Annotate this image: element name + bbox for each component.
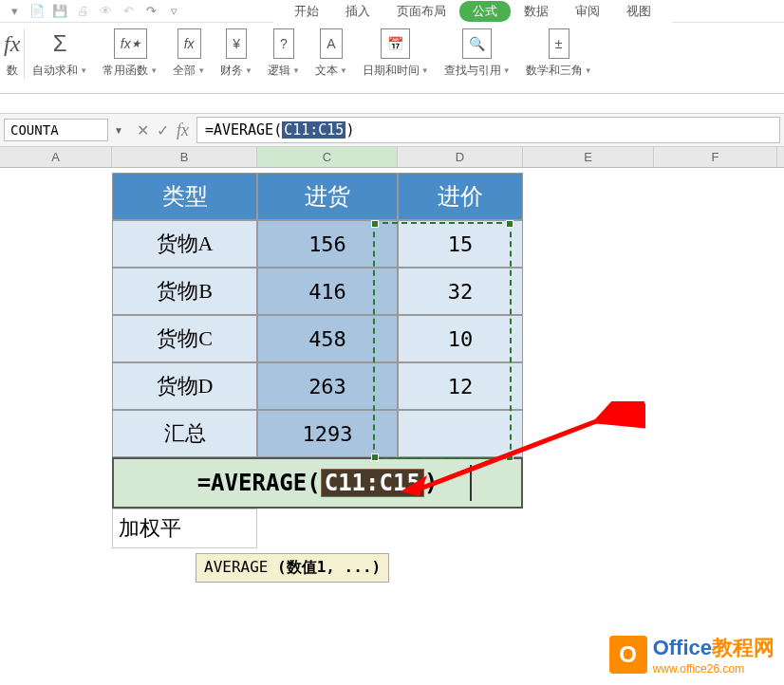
tooltip-fn-name: AVERAGE — [204, 558, 268, 576]
chevron-down-icon: ▼ — [503, 66, 511, 75]
tab-pagelayout[interactable]: 页面布局 — [383, 1, 459, 22]
chevron-down-icon: ▼ — [421, 66, 429, 75]
chevron-down-icon: ▼ — [340, 66, 347, 75]
table-cell[interactable] — [398, 410, 523, 457]
calendar-icon: 📅 — [381, 28, 410, 59]
save-as-icon[interactable]: 📄 — [27, 2, 47, 21]
watermark-icon: O — [609, 636, 647, 674]
name-box[interactable]: COUNTA — [4, 119, 108, 141]
file-menu-icon[interactable]: ▾ — [4, 2, 25, 21]
table-cell[interactable]: 货物D — [112, 362, 257, 410]
formula-text: =AVERAGE( — [197, 470, 321, 496]
column-headers: A B C D E F — [0, 147, 784, 168]
watermark: O Office教程网 www.office26.com — [609, 634, 775, 676]
ribbon-common-fn[interactable]: fx★ 常用函数▼ — [95, 28, 165, 79]
ribbon: fx 数 Σ 自动求和▼ fx★ 常用函数▼ fx 全部▼ ¥ 财务▼ ? 逻辑… — [0, 23, 784, 94]
ribbon-tabs: 开始 插入 页面布局 公式 数据 审阅 视图 — [273, 0, 672, 23]
more-icon[interactable]: ▿ — [163, 2, 184, 21]
table-cell[interactable]: 32 — [398, 268, 523, 315]
spreadsheet-grid[interactable]: A B C D E F 类型 进货 进价 货物A 156 15 货物B 416 … — [0, 147, 784, 168]
fx-star-icon: fx★ — [114, 28, 147, 59]
chevron-down-icon: ▼ — [150, 66, 158, 75]
sigma-icon: Σ — [53, 28, 67, 59]
tab-insert[interactable]: 插入 — [332, 1, 383, 22]
tab-review[interactable]: 审阅 — [562, 1, 613, 22]
table-cell[interactable]: 汇总 — [112, 410, 257, 457]
ribbon-label: 查找与引用▼ — [444, 63, 511, 79]
table-cell[interactable]: 416 — [257, 268, 398, 315]
tooltip-args: (数值1, ...) — [277, 558, 381, 576]
table-cell[interactable]: 1293 — [257, 410, 398, 457]
ribbon-all-fn[interactable]: fx 全部▼ — [165, 28, 213, 79]
search-icon: 🔍 — [462, 28, 492, 59]
money-icon: ¥ — [226, 28, 247, 59]
tab-home[interactable]: 开始 — [281, 1, 332, 22]
ribbon-text[interactable]: A 文本▼ — [308, 28, 355, 79]
ribbon-logic[interactable]: ? 逻辑▼ — [260, 28, 308, 79]
col-header-E[interactable]: E — [523, 147, 654, 167]
ribbon-label: 常用函数▼ — [103, 63, 158, 79]
formula-suffix: ) — [345, 121, 354, 139]
table-cell[interactable]: 10 — [398, 315, 523, 362]
accept-icon[interactable]: ✓ — [157, 121, 169, 139]
print-icon[interactable]: 🖨 — [72, 2, 93, 21]
col-header-C[interactable]: C — [257, 147, 398, 167]
table-cell[interactable]: 货物A — [112, 220, 257, 268]
tab-view[interactable]: 视图 — [613, 1, 664, 22]
chevron-down-icon: ▼ — [245, 66, 252, 75]
formula-text: ) — [424, 470, 438, 496]
table-cell[interactable]: 加权平 — [112, 509, 257, 548]
ribbon-label: 日期和时间▼ — [363, 63, 429, 79]
ribbon-label: 财务▼ — [220, 63, 252, 79]
ribbon-label: 数学和三角▼ — [526, 63, 592, 79]
ribbon-math[interactable]: ± 数学和三角▼ — [518, 28, 600, 79]
chevron-down-icon: ▼ — [585, 66, 592, 75]
tab-data[interactable]: 数据 — [511, 1, 562, 22]
formula-bar: COUNTA ▼ ✕ ✓ fx =AVERAGE(C11:C15) — [0, 113, 784, 147]
math-icon: ± — [549, 28, 569, 59]
tab-formula[interactable]: 公式 — [459, 1, 511, 22]
chevron-down-icon: ▼ — [292, 66, 300, 75]
ribbon-label: 逻辑▼ — [268, 63, 300, 79]
chevron-down-icon: ▼ — [80, 66, 87, 75]
col-header-F[interactable]: F — [654, 147, 777, 167]
text-cursor — [470, 465, 472, 501]
function-tooltip[interactable]: AVERAGE (数值1, ...) — [196, 553, 389, 583]
table-cell[interactable]: 货物C — [112, 315, 257, 362]
fx-icon[interactable]: fx — [177, 120, 189, 140]
cancel-icon[interactable]: ✕ — [137, 121, 149, 139]
preview-icon[interactable]: 👁 — [95, 2, 116, 21]
table-cell[interactable]: 货物B — [112, 268, 257, 315]
redo-icon[interactable]: ↷ — [140, 2, 161, 21]
table-cell[interactable]: 15 — [398, 220, 523, 268]
formula-prefix: =AVERAGE( — [205, 121, 282, 139]
active-formula-cell[interactable]: =AVERAGE(C11:C15) — [112, 457, 523, 509]
range-reference: C11:C15 — [321, 469, 424, 497]
ribbon-label: 数 — [7, 63, 18, 79]
table-cell[interactable]: 12 — [398, 362, 523, 410]
fx-icon: fx — [4, 28, 20, 59]
watermark-brand: Office教程网 — [653, 634, 775, 662]
text-icon: A — [320, 28, 342, 59]
ribbon-insert-fn[interactable]: fx 数 — [0, 28, 25, 79]
save-icon[interactable]: 💾 — [49, 2, 70, 21]
col-header-B[interactable]: B — [112, 147, 257, 167]
ribbon-autosum[interactable]: Σ 自动求和▼ — [25, 28, 95, 79]
undo-icon[interactable]: ↶ — [118, 2, 139, 21]
ribbon-lookup[interactable]: 🔍 查找与引用▼ — [437, 28, 518, 79]
header-price[interactable]: 进价 — [398, 173, 523, 220]
header-stock[interactable]: 进货 — [257, 173, 398, 220]
ribbon-datetime[interactable]: 📅 日期和时间▼ — [355, 28, 437, 79]
table-cell[interactable]: 458 — [257, 315, 398, 362]
data-table: 类型 进货 进价 货物A 156 15 货物B 416 32 货物C 458 1… — [112, 173, 523, 548]
name-box-dropdown[interactable]: ▼ — [108, 125, 129, 136]
formula-input[interactable]: =AVERAGE(C11:C15) — [196, 117, 780, 143]
table-cell[interactable]: 263 — [257, 362, 398, 410]
col-header-D[interactable]: D — [398, 147, 523, 167]
col-header-A[interactable]: A — [0, 147, 112, 167]
ribbon-label: 自动求和▼ — [32, 63, 87, 79]
ribbon-label: 文本▼ — [315, 63, 347, 79]
header-type[interactable]: 类型 — [112, 173, 257, 220]
table-cell[interactable]: 156 — [257, 220, 398, 268]
ribbon-finance[interactable]: ¥ 财务▼ — [213, 28, 260, 79]
